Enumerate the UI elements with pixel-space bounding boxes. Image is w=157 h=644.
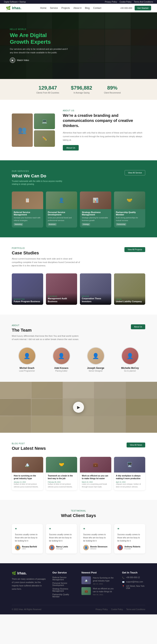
about-img-main: 👥	[12, 114, 33, 147]
footer-post-date-0: Jan 12, 2021	[93, 583, 116, 585]
service-card-body-1: Personal Service Development Grow your p…	[46, 209, 77, 228]
top-links: Privacy Policy Cookie Policy Terms And C…	[103, 1, 153, 3]
quote-icon-3: ❝	[117, 527, 142, 532]
team-member-name-2: Joseph George	[80, 367, 111, 370]
view-all-services-button[interactable]: View All Service	[125, 170, 145, 176]
footer-logo-text: Irhas.	[17, 571, 27, 576]
team-member-name-3: Michelle McCoy	[115, 367, 145, 370]
footer-phone: 📞 +98 000-000-12	[122, 576, 145, 579]
case-overlay-0: Marketing Future Program Business	[12, 296, 43, 305]
team-avatar-img-0: 👤	[19, 348, 35, 364]
service-card-title-3: Partnership Quality Member	[116, 211, 143, 216]
footer-service-1[interactable]: Personal Service Development	[52, 582, 76, 586]
play-icon[interactable]: ▶	[10, 58, 15, 63]
nav-service[interactable]: Service	[50, 7, 58, 10]
testimonial-author-info-3: Anthony Roberts Founder	[124, 546, 140, 550]
case-card-bg-3: Legal United Liability Company	[114, 274, 145, 305]
testimonial-card-3: ❝ Success usually comes to those who are…	[114, 524, 145, 554]
service-card-0: 📋 Referral Service Management Increase y…	[12, 192, 43, 228]
nav-home[interactable]: Home	[40, 7, 47, 10]
view-all-projects-button[interactable]: View All Projects	[124, 247, 145, 252]
team-avatar-img-1: 👤	[53, 348, 70, 364]
case-desc: About current businesses that really wor…	[12, 257, 80, 268]
testimonial-text-0: Success usually comes to those who are t…	[15, 533, 40, 542]
privacy-link[interactable]: Privacy Policy	[105, 1, 117, 3]
case-title: Case Studies	[12, 250, 80, 256]
case-title-1: Management Audit Business	[48, 297, 75, 303]
footer-service-2[interactable]: Strategy Business Management	[52, 588, 76, 592]
footer-phone-value: +98 000-000-12	[126, 576, 140, 578]
news-card-2[interactable]: 💼 Work as efficient as you can to make t…	[80, 457, 111, 490]
news-card-desc-2: Listen on a surprising and break through…	[82, 483, 109, 488]
footer-privacy-link[interactable]: Privacy Policy	[96, 608, 108, 610]
footer-service-0[interactable]: Referral Service Management	[52, 576, 76, 581]
news-card-1[interactable]: 🤝 Teamwork as a brain in the best way to…	[46, 457, 77, 490]
navigation: 🌿 Irhas. Home Service Projects About ▾ B…	[0, 4, 157, 12]
team-header: About The Team Meet luxury differentials…	[12, 324, 145, 341]
team-section: About The Team Meet luxury differentials…	[0, 314, 157, 382]
quote-icon-0: ❝	[15, 527, 40, 532]
news-section: Blog Post Our Latest News View All News …	[0, 433, 157, 500]
services-subtitle: Trusted nationwide with the skills to fo…	[12, 180, 67, 186]
stat-clients-number: 129,847	[36, 85, 59, 91]
service-card-img-2: 📊	[80, 192, 111, 209]
nav-about[interactable]: About ▾	[73, 7, 81, 10]
cookie-link[interactable]: Cookie Policy	[119, 1, 131, 3]
logo-text: Irhas.	[12, 6, 21, 10]
case-card-2[interactable]: Design Corporation Theos Investors	[80, 274, 111, 305]
news-meta-2: March 22, 2022	[82, 481, 109, 483]
testimonial-author-2: 👤 Bonnie Stevenson Director	[83, 545, 108, 550]
nav-links: Home Service Projects About ▾ Blog Conta…	[40, 7, 101, 10]
team-about-button[interactable]: About Us	[131, 324, 145, 329]
footer-address-value: 123 Street, New York USA	[126, 585, 145, 589]
footer-services-list: Referral Service Management Personal Ser…	[52, 576, 76, 598]
testimonials-section: Testimonial What Client Says ❝ Success u…	[0, 500, 157, 563]
nav-logo[interactable]: 🌿 Irhas.	[6, 6, 21, 10]
testimonial-name-3: Anthony Roberts	[124, 546, 140, 548]
nav-blog[interactable]: Blog	[85, 7, 90, 10]
about-button[interactable]: About Us	[63, 145, 79, 150]
team-member-role-2: Senior Designer	[80, 370, 111, 372]
service-card-3: 🤝 Partnership Quality Member Build stron…	[114, 192, 145, 228]
terms-link[interactable]: Terms And Conditions	[134, 1, 153, 3]
news-header: Blog Post Our Latest News View All News	[12, 442, 145, 451]
video-section: ▶	[0, 382, 157, 433]
case-tag-1: Business	[48, 295, 75, 297]
services-header-text: Our Services What We Can Do Trusted nati…	[12, 170, 67, 186]
case-card-1[interactable]: Business Management Audit Business	[46, 274, 77, 305]
case-card-0[interactable]: Marketing Future Program Business	[12, 274, 43, 305]
footer-copyright: © 2022 Irhas. All Rights Reserved	[12, 608, 41, 610]
footer-post-1[interactable]: 💼 Work as efficient as you can to make t…	[81, 587, 116, 596]
testimonial-name-0: Rosana Barfield	[22, 546, 37, 548]
footer-posts-col: Newest Post 🏔️ How to Surviving on the g…	[81, 571, 116, 599]
view-all-blogs-button[interactable]: View All News	[127, 442, 145, 448]
testimonial-card-1: ❝ Success usually comes to those who are…	[46, 524, 77, 554]
footer-cookie-link[interactable]: Cookie Policy	[111, 608, 123, 610]
video-play-button[interactable]: ▶	[73, 402, 84, 413]
footer-service-3[interactable]: Partnership Quality Member	[52, 594, 76, 598]
case-small-label: Portfolio	[12, 247, 80, 249]
news-grid: 🏔️ How to surviving on the great industr…	[12, 457, 145, 490]
stat-clients-label: Clients From 80 Countries	[36, 92, 59, 94]
footer-terms-link[interactable]: Terms and Conditions	[126, 608, 145, 610]
case-card-bg-2: Design Corporation Theos Investors	[80, 274, 111, 305]
testimonial-role-1: Manager	[56, 548, 68, 550]
news-body-0: How to surviving on the great industry h…	[12, 472, 43, 490]
nav-projects[interactable]: Projects	[61, 7, 70, 10]
footer-services-col: Our Service Referral Service Management …	[52, 571, 76, 599]
get-started-button[interactable]: Get Started	[135, 6, 151, 10]
quote-icon-2: ❝	[83, 527, 108, 532]
footer-post-date-1: Mar 04, 2021	[93, 594, 116, 596]
service-tag-3: Partnership	[116, 223, 126, 226]
footer-post-0[interactable]: 🏔️ How to Surviving on the great industr…	[81, 576, 116, 585]
stat-recommend-number: 89%	[104, 85, 121, 91]
footer-email-value: support@irhas.com	[126, 581, 143, 583]
about-images: 👥 💻 ✏️	[12, 114, 55, 147]
news-card-0[interactable]: 🏔️ How to surviving on the great industr…	[12, 457, 43, 490]
nav-contact[interactable]: Contact	[93, 7, 101, 10]
case-card-3[interactable]: Legal United Liability Company	[114, 274, 145, 305]
news-card-3[interactable]: 🖥️ A tidy workplace is always making it …	[114, 457, 145, 490]
news-body-1: Teamwork as a brain in the best way to t…	[46, 472, 77, 490]
stat-savings-label: In Average Saving	[71, 92, 92, 94]
hero-play-btn[interactable]: ▶ Watch Video	[10, 58, 69, 63]
